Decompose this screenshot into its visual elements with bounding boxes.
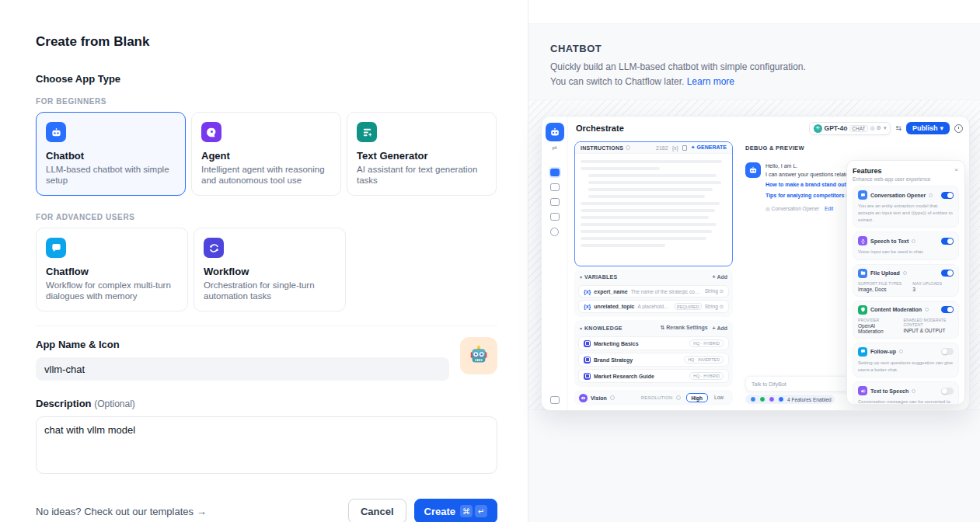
info-icon <box>626 145 630 150</box>
feature-item: Text to Speech Conversation messages can… <box>853 381 959 405</box>
resolution-low-option: Low <box>710 393 728 402</box>
app-name-label: App Name & Icon <box>36 339 497 350</box>
app-type-card-chatflow[interactable]: Chatflow Workflow for complex multi-turn… <box>36 228 188 311</box>
chevron-down-icon: ▾ <box>884 125 887 131</box>
cancel-button[interactable]: Cancel <box>348 499 406 522</box>
app-type-card-text-generator[interactable]: Text Generator AI assistant for text gen… <box>347 112 497 196</box>
create-button[interactable]: Create ⌘ ↵ <box>414 499 497 522</box>
bot-avatar-icon <box>745 162 761 178</box>
for-beginners-label: FOR BEGINNERS <box>36 97 497 106</box>
index-mode-tag: HQ · INVERTED <box>684 356 724 364</box>
workflow-icon <box>204 238 224 258</box>
knowledge-row: Brand Strategy HQ · INVERTED <box>578 353 729 367</box>
templates-link[interactable]: No ideas? Check out our templates → <box>36 506 207 517</box>
feature-toggle <box>941 192 954 199</box>
instructions-panel: INSTRUCTIONS 2182 {x} ✦ GENERATE <box>574 141 733 266</box>
params-icon: ◎ ⚙ <box>870 125 881 131</box>
index-mode-tag: HQ · HYBRID <box>689 339 724 347</box>
orchestrate-nav-icon <box>550 169 560 176</box>
knowledge-section: ▾ KNOWLEDGE ⇅ Rerank Settings + Add <box>574 320 733 387</box>
app-avatar-icon <box>546 123 564 141</box>
feature-toggle <box>941 238 954 245</box>
info-icon <box>610 395 615 400</box>
card-title: Chatflow <box>46 266 178 277</box>
variable-row: {x} unrelated_topic A placeholder for to… <box>578 300 729 313</box>
page-title: Create from Blank <box>36 34 497 50</box>
swap-icon: ⇄ <box>552 144 557 151</box>
preview-description: Quickly build an LLM-based chatbot with … <box>550 60 814 89</box>
card-description: Orchestration for single-turn automation… <box>204 280 336 301</box>
feature-toggle <box>941 306 954 313</box>
robot-emoji-icon <box>467 344 490 367</box>
dataset-icon <box>584 373 591 380</box>
close-icon: × <box>954 166 958 173</box>
features-subtitle: Enhance web-app user experience <box>853 176 959 182</box>
model-selector: ✳ GPT-4o CHAT ◎ ⚙ ▾ <box>809 122 891 135</box>
preview-heading: CHATBOT <box>550 43 958 54</box>
feature-toggle <box>941 348 954 355</box>
knowledge-row: Market Research Guide HQ · HYBRID <box>578 369 729 383</box>
app-type-card-agent[interactable]: Agent Intelligent agent with reasoning a… <box>191 112 341 196</box>
card-description: Intelligent agent with reasoning and aut… <box>201 164 331 186</box>
generate-button: ✦ GENERATE <box>691 144 727 151</box>
for-advanced-users-label: FOR ADVANCED USERS <box>36 213 497 221</box>
debug-preview-label: DEBUG & PREVIEW <box>745 144 963 151</box>
collapse-icon: ▾ <box>580 325 582 331</box>
add-knowledge-button: + Add <box>713 325 727 331</box>
model-provider-icon: ✳ <box>814 124 822 133</box>
feature-icon <box>858 305 867 315</box>
modal-footer: No ideas? Check out our templates → Canc… <box>36 499 497 522</box>
app-icon-picker[interactable] <box>460 337 497 374</box>
description-label: Description (Optional) <box>36 398 497 409</box>
advanced-app-type-cards: Chatflow Workflow for complex multi-turn… <box>36 228 497 311</box>
chatflow-icon <box>46 238 66 258</box>
app-name-section: App Name & Icon <box>36 339 497 381</box>
feature-icon <box>858 269 867 278</box>
agent-icon <box>201 122 221 142</box>
learn-more-link[interactable]: Learn more <box>687 76 734 87</box>
dataset-icon <box>584 357 591 364</box>
features-title: Features <box>853 167 959 175</box>
model-mode-badge: CHAT <box>849 125 867 132</box>
vision-setting-row: Vision RESOLUTION High Low <box>574 390 733 405</box>
variables-label: VARIABLES <box>584 274 617 280</box>
orchestrate-config-column: INSTRUCTIONS 2182 {x} ✦ GENERATE <box>568 140 738 410</box>
features-panel: Features × Enhance web-app user experien… <box>846 160 965 405</box>
variable-token-icon: {x} <box>584 289 591 294</box>
info-icon <box>912 389 915 393</box>
app-name-input[interactable] <box>36 357 449 381</box>
app-type-card-workflow[interactable]: Workflow Orchestration for single-turn a… <box>194 228 346 311</box>
logs-nav-icon <box>550 198 560 206</box>
text-generator-icon <box>357 122 377 142</box>
optional-hint: (Optional) <box>94 398 135 409</box>
feature-item: Content Moderation PROVIDEROpenAI Modera… <box>853 301 959 339</box>
rerank-settings-button: ⇅ Rerank Settings <box>661 325 708 331</box>
history-icon <box>954 124 963 133</box>
info-icon <box>925 308 929 311</box>
feature-icon <box>858 347 867 357</box>
info-icon <box>912 239 915 243</box>
dataset-icon <box>584 340 591 347</box>
mini-sidebar: ⇄ <box>542 117 568 410</box>
app-type-preview-panel: CHATBOT Quickly build an LLM-based chatb… <box>528 0 980 522</box>
app-type-card-chatbot[interactable]: Chatbot LLM-based chatbot with simple se… <box>36 112 186 196</box>
description-textarea[interactable]: chat with vllm model <box>36 416 497 474</box>
settings-nav-icon <box>550 396 560 404</box>
vision-icon <box>579 394 588 402</box>
preview-panel-body: CHATBOT Quickly build an LLM-based chatb… <box>528 23 980 522</box>
feature-toggle <box>941 388 954 395</box>
knowledge-row: Marketing Basics HQ · HYBRID <box>578 336 729 350</box>
token-count: 2182 <box>656 145 668 151</box>
card-description: Workflow for complex multi-turn dialogue… <box>46 280 178 301</box>
cmd-key-icon: ⌘ <box>460 505 473 517</box>
edit-link: Edit <box>825 206 833 211</box>
beginner-app-type-cards: Chatbot LLM-based chatbot with simple se… <box>36 112 497 196</box>
variables-section: ▾ VARIABLES + Add {x} expert_name The na… <box>574 270 733 317</box>
image-nav-icon <box>550 183 560 191</box>
info-icon <box>903 271 907 275</box>
chatbot-icon <box>46 122 66 142</box>
create-app-dialog: Create from Blank Choose App Type FOR BE… <box>0 0 980 522</box>
features-enabled-badge: 4 Features Enabled <box>745 395 835 404</box>
feature-dot-icon <box>759 396 766 402</box>
info-icon <box>676 395 681 400</box>
